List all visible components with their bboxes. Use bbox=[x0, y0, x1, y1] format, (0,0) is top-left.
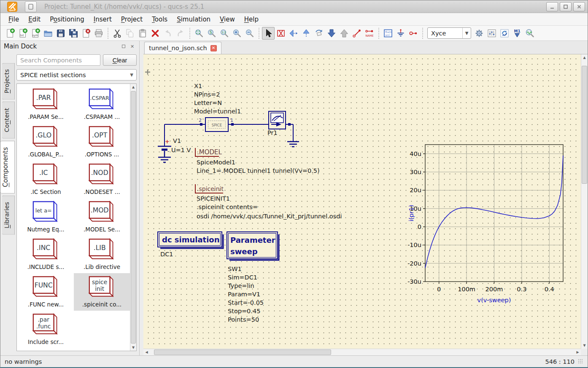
set-marker-button[interactable]: M1 bbox=[511, 27, 523, 40]
ground-symbol[interactable] bbox=[287, 142, 299, 147]
sidebar-tab-libraries[interactable]: Libraries bbox=[2, 196, 15, 235]
close-document-button[interactable] bbox=[80, 27, 92, 40]
open-file-button[interactable] bbox=[42, 27, 54, 40]
zoom-fit-button[interactable] bbox=[193, 27, 205, 40]
voltage-source[interactable]: + - V1 U=1 V bbox=[158, 137, 191, 162]
undo-button[interactable] bbox=[162, 27, 174, 40]
menu-help[interactable]: Help bbox=[240, 14, 263, 25]
simulator-select[interactable]: Xyce▼ bbox=[427, 27, 471, 39]
minimize-button[interactable] bbox=[546, 2, 558, 11]
component-item-func-new[interactable]: FUNC.FUNC new... bbox=[18, 273, 74, 311]
paste-button[interactable] bbox=[136, 27, 149, 40]
insert-wire-button[interactable] bbox=[351, 27, 363, 40]
simulation-settings-button[interactable] bbox=[473, 27, 486, 40]
scrollbar-thumb[interactable] bbox=[154, 349, 331, 355]
component-item-nodeset[interactable]: .NOD.NODESET ... bbox=[74, 161, 130, 198]
dc-simulation-block[interactable]: dc simulation DC1 bbox=[158, 232, 223, 258]
scrollbar-thumb[interactable] bbox=[582, 66, 587, 184]
document-tab[interactable]: tunnel_no_json.sch ✕ bbox=[144, 42, 221, 54]
component-item-nutmeg-eq[interactable]: let a=Nutmeg Eq... bbox=[18, 198, 74, 236]
mirror-y-button[interactable] bbox=[300, 27, 313, 40]
menu-positioning[interactable]: Positioning bbox=[45, 14, 89, 25]
close-button[interactable] bbox=[573, 2, 585, 11]
canvas-vertical-scrollbar[interactable]: ▲ ▼ bbox=[581, 54, 588, 349]
menu-view[interactable]: View bbox=[215, 14, 240, 25]
insert-ground-button[interactable] bbox=[394, 27, 407, 40]
dock-splitter[interactable] bbox=[140, 41, 143, 355]
scroll-right-icon[interactable]: ▶ bbox=[575, 349, 581, 355]
menu-insert[interactable]: Insert bbox=[89, 14, 116, 25]
resize-grip[interactable] bbox=[578, 359, 583, 364]
component-item-global-p[interactable]: .GLO.GLOBAL_P... bbox=[18, 123, 74, 161]
component-list-scrollbar[interactable]: ▲ ▼ bbox=[130, 84, 136, 351]
insert-wire-label-button[interactable]: NAME bbox=[363, 27, 376, 40]
maximize-button[interactable] bbox=[560, 2, 572, 11]
zoom-in-button[interactable] bbox=[231, 27, 243, 40]
zoom-out-button[interactable] bbox=[243, 27, 256, 40]
component-item-lib-directive[interactable]: .LIB.Lib directive bbox=[74, 236, 130, 273]
new-symbol-button[interactable]: sym bbox=[29, 27, 42, 40]
sidebar-tab-components[interactable]: Components bbox=[0, 141, 15, 193]
document-settings-button[interactable] bbox=[486, 27, 498, 40]
insert-equation-button[interactable]: f(u)=u+i bbox=[382, 27, 394, 40]
dock-close-button[interactable]: ✕ bbox=[129, 43, 136, 50]
component-item-options[interactable]: .OPT.OPTIONS ... bbox=[74, 123, 130, 161]
result-chart[interactable]: 0100m200m0.30.440u30u20u10u0-10u-20u-30u… bbox=[407, 145, 563, 304]
menu-project[interactable]: Project bbox=[116, 14, 147, 25]
menu-tools[interactable]: Tools bbox=[147, 14, 172, 25]
canvas-horizontal-scrollbar[interactable]: ◀ ▶ bbox=[143, 349, 581, 355]
document-window-icon[interactable] bbox=[25, 1, 37, 12]
redo-button[interactable] bbox=[174, 27, 187, 40]
component-category-select[interactable]: SPICE netlist sections ▼ bbox=[16, 69, 137, 81]
current-probe[interactable]: Pr1 bbox=[267, 111, 286, 136]
schematic-canvas[interactable]: X1 NPins=2 Letter=N Model=tunnel1 bbox=[143, 54, 581, 349]
print-button[interactable] bbox=[92, 27, 105, 40]
menu-simulation[interactable]: Simulation bbox=[172, 14, 215, 25]
sidebar-tab-projects[interactable]: Projects bbox=[2, 63, 15, 99]
save-button[interactable] bbox=[54, 27, 67, 40]
go-into-subcircuit-button[interactable] bbox=[325, 27, 338, 40]
svg-text:Points=50: Points=50 bbox=[228, 316, 259, 323]
component-item-ic-section[interactable]: .IC.IC Section bbox=[18, 161, 74, 198]
pop-out-button[interactable] bbox=[338, 27, 351, 40]
spice-model-section[interactable]: .MODEL SpiceModel1 Line_1=.MODEL tunnel1… bbox=[195, 148, 320, 174]
component-item-include-s[interactable]: .INC.INCLUDE s... bbox=[18, 236, 74, 273]
dock-float-button[interactable] bbox=[120, 43, 127, 50]
select-pointer-button[interactable] bbox=[262, 27, 275, 40]
component-item-model-se[interactable]: .MOD.MODEL Se... bbox=[74, 198, 130, 236]
save-all-button[interactable] bbox=[67, 27, 80, 40]
scrollbar-thumb[interactable] bbox=[131, 91, 136, 344]
new-document-button[interactable] bbox=[4, 27, 16, 40]
clear-button[interactable]: Clear bbox=[103, 54, 137, 66]
delete-button[interactable] bbox=[149, 27, 162, 40]
subcircuit-properties[interactable]: X1 NPins=2 Letter=N Model=tunnel1 bbox=[194, 83, 241, 115]
scroll-left-icon[interactable]: ◀ bbox=[143, 349, 150, 355]
sidebar-tab-content[interactable]: Content bbox=[2, 102, 15, 139]
copy-button[interactable] bbox=[124, 27, 136, 40]
mirror-x-button[interactable] bbox=[287, 27, 300, 40]
scroll-down-icon[interactable]: ▼ bbox=[130, 344, 136, 351]
simulate-button[interactable] bbox=[523, 27, 536, 40]
menu-edit[interactable]: Edit bbox=[24, 14, 45, 25]
zoom-1-1-button[interactable]: 1:1 bbox=[218, 27, 231, 40]
scroll-up-icon[interactable]: ▲ bbox=[581, 54, 588, 61]
component-item-spiceinit-co[interactable]: spiceinit.spiceinit co... bbox=[74, 273, 130, 311]
rotate-button[interactable] bbox=[313, 27, 325, 40]
scroll-down-icon[interactable]: ▼ bbox=[581, 342, 588, 349]
deactivate-button[interactable] bbox=[275, 27, 287, 40]
tab-close-icon[interactable]: ✕ bbox=[210, 45, 217, 51]
insert-port-button[interactable] bbox=[407, 27, 420, 40]
zoom-selection-button[interactable]: S bbox=[205, 27, 218, 40]
search-input[interactable] bbox=[16, 54, 100, 66]
menu-file[interactable]: File bbox=[4, 14, 24, 25]
new-text-document-button[interactable]: txt bbox=[16, 27, 29, 40]
component-item-param-se[interactable]: .PAR.PARAM Se... bbox=[18, 86, 74, 123]
component-item-csparam[interactable]: .CSPAR.CSPARAM ... bbox=[74, 86, 130, 123]
spiceinit-section[interactable]: .spiceinit SPICEINIT1 .spiceinit content… bbox=[195, 184, 342, 220]
exchange-simulator-button[interactable] bbox=[498, 27, 511, 40]
component-item-include-scr[interactable]: .par.funcInclude scr... bbox=[18, 311, 74, 348]
cut-button[interactable] bbox=[111, 27, 124, 40]
svg-text:.OPT: .OPT bbox=[92, 131, 108, 139]
parameter-sweep-block[interactable]: Parameter sweep SW1 Sim=DC1 Type=lin Par… bbox=[227, 232, 279, 323]
scroll-up-icon[interactable]: ▲ bbox=[130, 84, 136, 90]
